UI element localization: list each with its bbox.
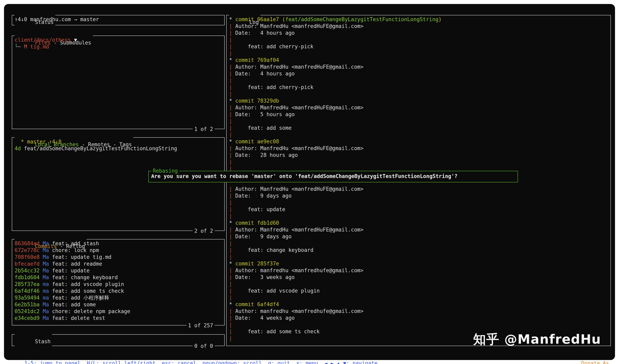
log-line: | Date: 4 hours ago bbox=[229, 70, 608, 77]
commits-panel[interactable]: Commits - Reflog 863684ad Ma feat: add s… bbox=[12, 239, 225, 325]
log-line: | Date: 4 hours ago bbox=[229, 29, 608, 36]
log-line: | feat: add cherry-pick bbox=[229, 43, 608, 50]
commit-row[interactable]: fdb1d604 Ma feat: change keyboard bbox=[14, 274, 222, 281]
commit-row[interactable]: 672e778c Ma chore: lock npm bbox=[14, 247, 222, 254]
log-line: | bbox=[229, 281, 608, 287]
log-line: * commit 769af04 bbox=[229, 57, 608, 64]
log-line: | bbox=[229, 321, 608, 328]
log-line: | bbox=[229, 131, 608, 138]
log-line: | feat: add vscode plugin bbox=[229, 287, 608, 294]
commit-row[interactable]: bfecaefd Ma feat: add readme bbox=[14, 260, 222, 267]
rebase-confirm-dialog: Rebasing Are you sure you want to rebase… bbox=[148, 171, 518, 182]
donate-link[interactable]: Donate bbox=[581, 360, 600, 364]
rebase-confirm-dialog-title: Rebasing bbox=[151, 167, 179, 175]
log-line: | bbox=[229, 213, 608, 219]
file-row[interactable]: └─ M tig.md bbox=[14, 43, 222, 50]
commit-row[interactable]: 2b54cc32 Ma feat: update bbox=[14, 267, 222, 274]
log-line: * commit fdb1d60 bbox=[229, 219, 608, 226]
log-line: | Author: manfredhu <manfredhufe@gmail.c… bbox=[229, 308, 608, 314]
branch-row[interactable]: * master ↑4↓0 bbox=[14, 138, 222, 145]
commits-panel-count: 1 of 257 bbox=[186, 322, 215, 329]
stash-panel-body bbox=[12, 335, 224, 346]
log-line: | bbox=[229, 240, 608, 247]
files-panel-body: client/docs/others ▼└─ M tig.md bbox=[12, 36, 224, 129]
commit-row[interactable]: e34cebd9 Ma feat: delete test bbox=[14, 315, 222, 322]
log-line: * commit ae9ec08 bbox=[229, 138, 608, 145]
stash-panel-count: 0 of 0 bbox=[193, 342, 215, 350]
commits-panel-body: 863684ad Ma feat: add stash672e778c Ma c… bbox=[12, 240, 224, 325]
status-panel[interactable]: Status ↑4↓0 manfredhu.com → master bbox=[12, 15, 225, 25]
files-panel-count: 1 of 2 bbox=[193, 125, 215, 133]
commit-row[interactable]: 6e2b51ba Ma feat: add some bbox=[14, 301, 222, 308]
keybindings-statusbar: 1-5: jump to panel, H/L: scroll left/rig… bbox=[12, 352, 609, 360]
ask-link[interactable]: As bbox=[603, 360, 609, 364]
branch-row[interactable]: 4d feat/addSomeChangeByLazygitTestFuncti… bbox=[14, 145, 222, 152]
branches-panel-count: 2 of 2 bbox=[193, 227, 215, 234]
watermark: 知乎 @ManfredHu bbox=[473, 331, 601, 348]
commit-row[interactable]: 05241dc2 Ma chore: delete npm package bbox=[14, 308, 222, 315]
log-line: | bbox=[229, 199, 608, 206]
log-line: | Author: ManfredHu <manfredHuFE@gmail.c… bbox=[229, 186, 608, 192]
log-line: | feat: add cherry-pick bbox=[229, 84, 608, 91]
commit-row[interactable]: 285f37ea ma feat: add vscode plugin bbox=[14, 281, 222, 288]
log-line: | Author: manfredhu <manfredhufe@gmail.c… bbox=[229, 267, 608, 274]
log-line: * commit 78329db bbox=[229, 97, 608, 104]
commit-row[interactable]: 6af4df46 ma feat: add some ts check bbox=[14, 288, 222, 294]
stash-panel[interactable]: Stash 0 of 0 bbox=[12, 334, 225, 346]
commit-row[interactable]: 863684ad Ma feat: add stash bbox=[14, 240, 222, 247]
rebase-confirm-message: Are you sure you want to rebase 'master'… bbox=[149, 171, 518, 181]
log-line: | bbox=[229, 50, 608, 57]
log-line: | Author: ManfredHu <manfredHuFE@gmail.c… bbox=[229, 64, 608, 70]
log-line: | Author: ManfredHu <manfredHuFE@gmail.c… bbox=[229, 226, 608, 233]
log-line: | bbox=[229, 77, 608, 84]
log-line: | Date: 9 days ago bbox=[229, 192, 608, 199]
status-line: ↑4↓0 manfredhu.com → master bbox=[14, 16, 222, 23]
log-line: | feat: update bbox=[229, 206, 608, 213]
log-line: | bbox=[229, 36, 608, 43]
lazygit-terminal: Status ↑4↓0 manfredhu.com → master Files… bbox=[4, 4, 615, 360]
log-line: | Date: 3 weeks ago bbox=[229, 274, 608, 281]
log-line: * commit 285f37e bbox=[229, 260, 608, 267]
status-panel-body: ↑4↓0 manfredhu.com → master bbox=[12, 15, 224, 25]
log-line: | bbox=[229, 254, 608, 260]
log-line: | bbox=[229, 118, 608, 124]
commit-row[interactable]: 708f60e8 Ma feat: update tig.md bbox=[14, 254, 222, 260]
log-line: | Author: ManfredHu <manfredHuFE@gmail.c… bbox=[229, 145, 608, 152]
log-line: | feat: change keyboard bbox=[229, 247, 608, 254]
log-line: | bbox=[229, 91, 608, 97]
file-row[interactable]: client/docs/others ▼ bbox=[14, 37, 222, 43]
log-line: * commit 6af4df4 bbox=[229, 301, 608, 308]
keybindings-help-text: 1-5: jump to panel, H/L: scroll left/rig… bbox=[24, 360, 378, 364]
log-line: | Author: ManfredHu <manfredHuFE@gmail.c… bbox=[229, 104, 608, 111]
files-panel[interactable]: Files - Submodules client/docs/others ▼└… bbox=[12, 36, 225, 129]
log-line: | bbox=[229, 159, 608, 165]
log-line: | Date: 4 weeks ago bbox=[229, 314, 608, 321]
log-line: | bbox=[229, 294, 608, 301]
log-line: | feat: add some bbox=[229, 124, 608, 131]
log-line: * commit 06aa1e7 (feat/addSomeChangeByLa… bbox=[229, 16, 608, 23]
log-line: | Date: 9 days ago bbox=[229, 233, 608, 240]
commit-row[interactable]: 93a59494 ma feat: add 小程序解释 bbox=[14, 294, 222, 301]
log-line: | Date: 5 hours ago bbox=[229, 111, 608, 118]
statusbar-links: DonateAs bbox=[563, 352, 609, 364]
log-line: | Author: ManfredHu <manfredHuFE@gmail.c… bbox=[229, 23, 608, 29]
branches-panel-body: * master ↑4↓04d feat/addSomeChangeByLazy… bbox=[12, 138, 224, 230]
log-line: | Date: 28 hours ago bbox=[229, 152, 608, 159]
branches-panel[interactable]: Local Branches - Remotes - Tags * master… bbox=[12, 137, 225, 231]
